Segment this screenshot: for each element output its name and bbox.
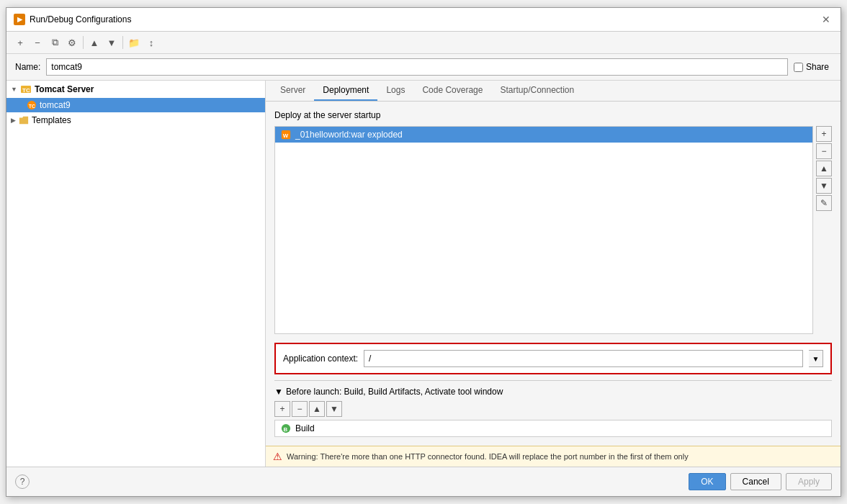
apply-button[interactable]: Apply (786, 473, 832, 490)
configurations-toolbar: + − ⧉ ⚙ ▲ ▼ 📁 ↕ (6, 32, 841, 54)
build-icon: B (281, 423, 291, 433)
deploy-remove-button[interactable]: − (816, 143, 832, 159)
move-up-button[interactable]: ▲ (86, 35, 102, 50)
bottom-buttons: ? OK Cancel Apply (6, 467, 841, 496)
deploy-list: W _01helloworld:war exploded (274, 126, 813, 334)
tomcat-server-header[interactable]: ▼ TC Tomcat Server (6, 81, 265, 98)
folder-button[interactable]: 📁 (126, 35, 142, 50)
sidebar: ▼ TC Tomcat Server TC tomcat9 ▶ (6, 81, 266, 467)
deploy-down-button[interactable]: ▼ (816, 178, 832, 194)
settings-button[interactable]: ⚙ (64, 35, 80, 50)
artifact-icon: W (281, 130, 291, 140)
warning-icon: ⚠ (273, 451, 282, 462)
action-buttons: OK Cancel Apply (689, 473, 832, 490)
deploy-list-buttons: + − ▲ ▼ ✎ (816, 126, 832, 334)
deploy-up-button[interactable]: ▲ (816, 161, 832, 176)
warning-area: ⚠ Warning: There're more than one HTTP c… (266, 446, 841, 467)
app-context-dropdown[interactable]: ▼ (809, 350, 823, 367)
svg-text:W: W (283, 132, 289, 139)
templates-arrow-icon: ▶ (11, 117, 16, 124)
before-launch-item-label: Build (295, 423, 315, 433)
remove-config-button[interactable]: − (30, 35, 45, 50)
deployment-panel: Deploy at the server startup W _01hellow… (266, 102, 841, 446)
tomcat-server-label: Tomcat Server (35, 84, 94, 94)
title-bar-left: ▶ Run/Debug Configurations (14, 14, 131, 25)
move-down-button[interactable]: ▼ (104, 35, 120, 50)
svg-text:B: B (284, 426, 288, 433)
tab-logs[interactable]: Logs (377, 81, 413, 101)
cancel-button[interactable]: Cancel (730, 473, 781, 490)
name-label: Name: (15, 62, 40, 72)
tomcat9-item[interactable]: TC tomcat9 (6, 98, 265, 112)
tomcat-server-icon: TC (20, 84, 32, 95)
templates-folder-icon (19, 115, 29, 125)
name-input[interactable] (46, 58, 788, 76)
tomcat9-label: tomcat9 (40, 100, 71, 110)
before-launch-item-build[interactable]: B Build (275, 420, 831, 436)
before-launch-label: Before launch: Build, Build Artifacts, A… (286, 387, 503, 397)
help-button[interactable]: ? (15, 474, 30, 489)
copy-config-button[interactable]: ⧉ (47, 35, 63, 50)
templates-label: Templates (32, 115, 71, 125)
share-checkbox-area: Share (794, 62, 829, 72)
templates-item[interactable]: ▶ Templates (6, 112, 265, 128)
deploy-list-area: W _01helloworld:war exploded + − ▲ ▼ ✎ (274, 126, 832, 334)
main-content: ▼ TC Tomcat Server TC tomcat9 ▶ (6, 81, 841, 467)
tab-code-coverage[interactable]: Code Coverage (413, 81, 491, 101)
deploy-edit-button[interactable]: ✎ (816, 195, 832, 211)
deploy-list-item[interactable]: W _01helloworld:war exploded (275, 127, 812, 143)
app-context-area: Application context: ▼ (274, 343, 832, 374)
tomcat-server-group: ▼ TC Tomcat Server TC tomcat9 ▶ (6, 81, 265, 128)
deploy-item-label: _01helloworld:war exploded (295, 130, 403, 140)
share-label: Share (806, 62, 829, 72)
before-launch-remove-button[interactable]: − (292, 401, 308, 417)
app-context-label: Application context: (283, 354, 358, 364)
app-context-input[interactable] (364, 350, 803, 367)
add-config-button[interactable]: + (12, 35, 28, 50)
tab-deployment[interactable]: Deployment (314, 81, 377, 101)
run-debug-dialog: ▶ Run/Debug Configurations ✕ + − ⧉ ⚙ ▲ ▼… (6, 7, 841, 497)
toolbar-separator-2 (122, 36, 123, 49)
close-button[interactable]: ✕ (819, 12, 833, 27)
tabs-bar: Server Deployment Logs Code Coverage Sta… (266, 81, 841, 102)
deploy-add-button[interactable]: + (816, 126, 832, 142)
sort-button[interactable]: ↕ (143, 35, 159, 50)
ok-button[interactable]: OK (689, 473, 725, 490)
tomcat9-icon: TC (27, 100, 37, 110)
share-checkbox[interactable] (794, 63, 803, 72)
svg-text:TC: TC (29, 104, 35, 109)
before-launch-area: ▼ Before launch: Build, Build Artifacts,… (274, 380, 832, 437)
title-bar: ▶ Run/Debug Configurations ✕ (6, 8, 841, 32)
right-panel: Server Deployment Logs Code Coverage Sta… (266, 81, 841, 467)
before-launch-list: B Build (274, 420, 832, 437)
before-launch-header[interactable]: ▼ Before launch: Build, Build Artifacts,… (274, 385, 832, 398)
warning-text: Warning: There're more than one HTTP con… (287, 452, 689, 461)
deploy-section-label: Deploy at the server startup (274, 110, 832, 120)
dialog-title: Run/Debug Configurations (30, 14, 131, 24)
expand-arrow-icon: ▼ (11, 86, 17, 93)
before-launch-add-button[interactable]: + (274, 401, 290, 417)
dialog-icon: ▶ (14, 14, 25, 25)
name-row: Name: Share (6, 54, 841, 81)
before-launch-toolbar: + − ▲ ▼ (274, 401, 832, 417)
tab-server[interactable]: Server (272, 81, 314, 101)
before-launch-down-button[interactable]: ▼ (326, 401, 342, 417)
collapse-icon: ▼ (274, 387, 283, 397)
tab-startup-connection[interactable]: Startup/Connection (491, 81, 583, 101)
before-launch-up-button[interactable]: ▲ (309, 401, 325, 417)
toolbar-separator (83, 36, 84, 49)
svg-text:TC: TC (22, 87, 30, 94)
